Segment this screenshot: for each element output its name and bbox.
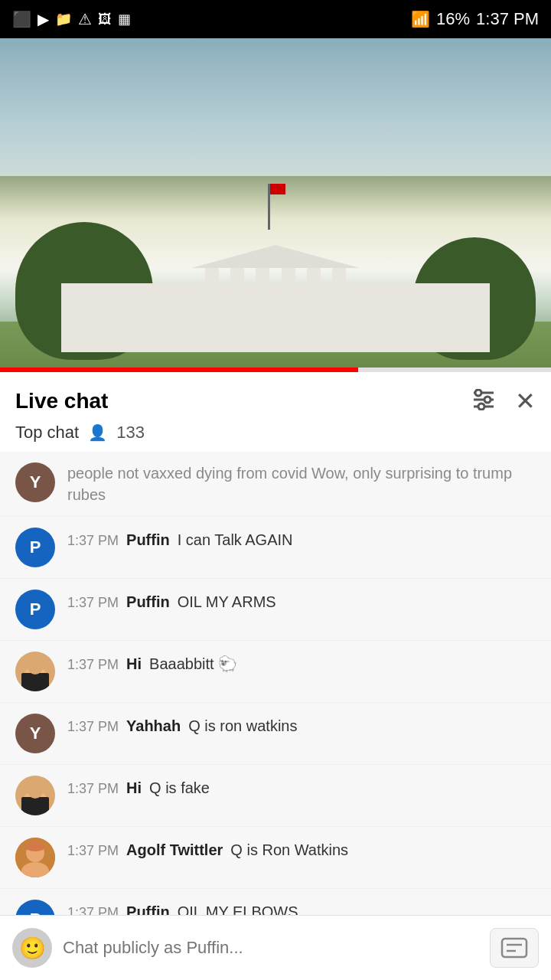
- status-bar: ⬛ ▶ 📁 ⚠ 🖼 ▦ 📶 16% 1:37 PM: [0, 0, 551, 38]
- m-icon: ⬛: [12, 10, 31, 28]
- message-text: people not vaxxed dying from covid Wow, …: [67, 465, 512, 503]
- avatar: P: [15, 590, 55, 629]
- trump-avatar-img-2: [15, 776, 55, 815]
- message-author: Puffin: [126, 531, 170, 549]
- message-meta: 1:37 PM Yahhah Q is ron watkins: [67, 714, 536, 737]
- message-text: Q is Ron Watkins: [230, 839, 348, 861]
- wifi-icon: 📶: [411, 10, 430, 28]
- wh-column: [230, 268, 244, 352]
- message-time: 1:37 PM: [67, 595, 119, 611]
- white-house-building: [61, 184, 490, 352]
- message-meta: 1:37 PM Hi Q is fake: [67, 776, 536, 799]
- message-meta: 1:37 PM Hi Baaabbitt 🐑: [67, 652, 536, 675]
- svg-rect-18: [502, 939, 527, 957]
- wh-column: [282, 268, 295, 352]
- svg-point-5: [478, 403, 484, 410]
- progress-fill: [0, 368, 358, 372]
- message-text: Q is ron watkins: [188, 715, 297, 737]
- wh-column: [205, 268, 219, 352]
- message-author: Hi: [126, 779, 142, 797]
- message-time: 1:37 PM: [67, 719, 119, 735]
- chat-messages-area[interactable]: Y people not vaxxed dying from covid Wow…: [0, 452, 551, 926]
- agolf-avatar-img: [15, 838, 55, 877]
- message-content: 1:37 PM Puffin OIL MY ARMS: [67, 590, 536, 612]
- message-time: 1:37 PM: [67, 657, 119, 673]
- message-time: 1:37 PM: [67, 781, 119, 797]
- avatar: [15, 652, 55, 691]
- wh-pediment: [191, 245, 360, 268]
- filter-icon: [471, 389, 497, 410]
- message-text: Q is fake: [149, 777, 210, 799]
- status-right: 📶 16% 1:37 PM: [411, 9, 539, 29]
- viewers-icon: 👤: [88, 423, 107, 442]
- message-content: 1:37 PM Hi Q is fake: [67, 776, 536, 799]
- chat-message: P 1:37 PM Puffin OIL MY ARMS: [0, 579, 551, 641]
- svg-point-4: [484, 397, 491, 403]
- status-icons: ⬛ ▶ 📁 ⚠ 🖼 ▦: [12, 10, 131, 28]
- filter-button[interactable]: [468, 386, 500, 416]
- play-icon: ▶: [37, 10, 49, 28]
- trump-avatar-img: [15, 652, 55, 691]
- video-progress-bar[interactable]: [0, 368, 551, 372]
- message-content: 1:37 PM Yahhah Q is ron watkins: [67, 714, 536, 737]
- svg-point-9: [28, 659, 43, 675]
- message-content: 1:37 PM Puffin I can Talk AGAIN: [67, 528, 536, 550]
- grid-icon: ▦: [118, 11, 131, 28]
- message-content: 1:37 PM Hi Baaabbitt 🐑: [67, 652, 536, 675]
- live-chat-title: Live chat: [15, 389, 108, 413]
- chat-message: Y people not vaxxed dying from covid Wow…: [0, 452, 551, 517]
- chat-input-bar: 🙂: [0, 915, 551, 980]
- message-text: Baaabbitt 🐑: [149, 653, 237, 675]
- message-meta: 1:37 PM Puffin I can Talk AGAIN: [67, 528, 536, 550]
- live-chat-header: Live chat ✕: [0, 372, 551, 416]
- chat-message: Y 1:37 PM Yahhah Q is ron watkins: [0, 703, 551, 765]
- message-author: Hi: [126, 655, 142, 673]
- message-time: 1:37 PM: [67, 843, 119, 859]
- chat-message: 1:37 PM Agolf Twittler Q is Ron Watkins: [0, 827, 551, 889]
- message-author: Yahhah: [126, 717, 181, 735]
- send-button[interactable]: [490, 928, 539, 968]
- image-icon: 🖼: [98, 11, 112, 28]
- top-chat-label[interactable]: Top chat: [15, 423, 79, 443]
- svg-rect-8: [21, 673, 49, 691]
- chat-message: 1:37 PM Hi Baaabbitt 🐑: [0, 641, 551, 703]
- avatar: [15, 776, 55, 815]
- message-text: I can Talk AGAIN: [178, 529, 293, 550]
- video-thumbnail[interactable]: [0, 38, 551, 368]
- send-icon: [500, 936, 528, 960]
- battery-text: 16%: [436, 9, 470, 29]
- avatar: Y: [15, 714, 55, 753]
- message-content: people not vaxxed dying from covid Wow, …: [67, 462, 536, 505]
- viewers-count: 133: [116, 423, 145, 443]
- message-author: Puffin: [126, 593, 170, 611]
- message-meta: 1:37 PM Puffin OIL MY ARMS: [67, 590, 536, 612]
- chat-message: 1:37 PM Hi Q is fake: [0, 765, 551, 827]
- message-author: Agolf Twittler: [126, 841, 223, 859]
- emoji-button[interactable]: 🙂: [12, 928, 52, 968]
- time-text: 1:37 PM: [476, 9, 539, 29]
- top-chat-row: Top chat 👤 133: [0, 416, 551, 452]
- file-icon: 📁: [55, 11, 72, 28]
- message-text: OIL MY ARMS: [178, 591, 276, 612]
- avatar: [15, 838, 55, 877]
- emoji-icon: 🙂: [19, 936, 46, 961]
- avatar: P: [15, 528, 55, 567]
- avatar: Y: [15, 462, 55, 502]
- svg-point-3: [475, 390, 481, 396]
- svg-rect-12: [21, 797, 49, 815]
- warning-icon: ⚠: [78, 10, 92, 28]
- chat-message: P 1:37 PM Puffin I can Talk AGAIN: [0, 517, 551, 579]
- sky-bg: [0, 38, 551, 176]
- wh-column: [307, 268, 321, 352]
- wh-column: [256, 268, 269, 352]
- chat-input[interactable]: [63, 928, 479, 968]
- close-button[interactable]: ✕: [515, 387, 536, 416]
- message-content: 1:37 PM Agolf Twittler Q is Ron Watkins: [67, 838, 536, 861]
- wh-column: [332, 268, 346, 352]
- message-time: 1:37 PM: [67, 533, 119, 549]
- message-meta: 1:37 PM Agolf Twittler Q is Ron Watkins: [67, 838, 536, 861]
- svg-point-13: [28, 783, 43, 799]
- svg-point-17: [25, 842, 45, 851]
- header-icons: ✕: [468, 386, 536, 416]
- wh-flag: [268, 184, 270, 230]
